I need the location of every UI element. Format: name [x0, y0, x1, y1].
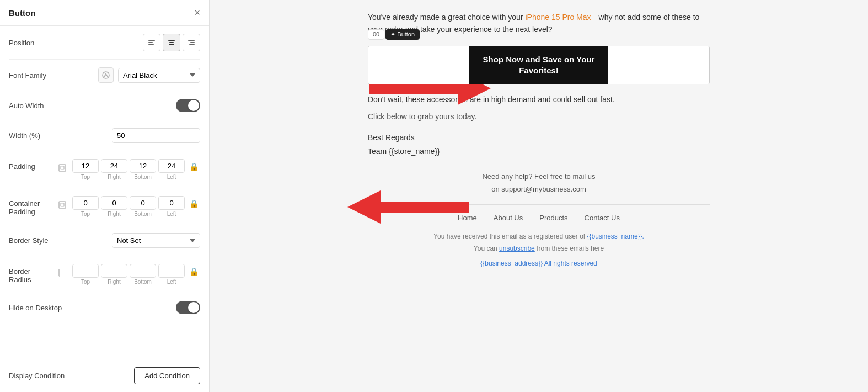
svg-rect-13 [59, 202, 66, 208]
email-divider [368, 204, 710, 205]
padding-left-input[interactable] [158, 159, 185, 173]
padding-label: Padding [9, 159, 35, 171]
button-container-preview[interactable]: Shop Now and Save on YourFavorites! [368, 46, 710, 84]
border-radius-left-label: Left [167, 279, 176, 285]
border-radius-bottom-input[interactable] [130, 264, 156, 278]
unsubscribe-link[interactable]: unsubscribe [499, 245, 535, 252]
padding-lock-icon[interactable]: 🔒 [187, 160, 200, 173]
font-picker-icon[interactable] [98, 67, 114, 83]
padding-top-input[interactable] [72, 159, 99, 173]
svg-rect-8 [189, 44, 195, 45]
svg-rect-3 [168, 40, 175, 41]
container-padding-right-label: Right [108, 211, 120, 217]
nav-contact[interactable]: Contact Us [585, 214, 620, 222]
border-radius-right-input[interactable] [101, 264, 127, 278]
width-label: Width (%) [9, 131, 64, 140]
padding-bottom-field: Bottom [130, 159, 156, 180]
position-right-btn[interactable] [183, 34, 200, 51]
main-area: You've already made a great choice with … [210, 0, 868, 392]
hide-on-desktop-label: Hide on Desktop [9, 304, 64, 312]
legal-text-3: from these emails here [535, 245, 604, 252]
padding-right-input[interactable] [101, 159, 127, 173]
svg-rect-1 [148, 42, 153, 43]
nav-home[interactable]: Home [458, 214, 477, 222]
email-footer-help: Need any help? Feel free to mail us on s… [368, 170, 710, 196]
container-padding-fields: Top Right Bottom Left [72, 196, 185, 217]
button-right-space [608, 46, 709, 84]
email-demand: Don't wait, these accessories are in hig… [368, 93, 710, 105]
padding-top-field: Top [72, 159, 99, 180]
padding-left-label: Left [167, 174, 176, 180]
address-text: {{business_address}} All rights reserved [480, 259, 597, 267]
container-padding-row: Container Padding Top Right [9, 188, 200, 225]
svg-rect-11 [59, 165, 66, 171]
panel-title: Button [9, 8, 35, 18]
position-left-btn[interactable] [143, 34, 160, 51]
element-controls: 00 ✦ Button [368, 29, 420, 40]
svg-rect-2 [148, 44, 154, 45]
position-controls [143, 34, 200, 51]
border-radius-top-field: Top [72, 264, 99, 285]
position-label: Position [9, 39, 64, 47]
padding-bottom-input[interactable] [130, 159, 156, 173]
font-family-controls: Arial Black Arial Helvetica Times New Ro… [98, 67, 200, 83]
svg-rect-0 [148, 40, 155, 41]
email-nav: Home About Us Products Contact Us [368, 214, 710, 222]
font-family-select[interactable]: Arial Black Arial Helvetica Times New Ro… [118, 68, 200, 83]
border-radius-left-input[interactable] [158, 264, 185, 278]
settings-panel: Button × Position [0, 0, 210, 392]
container-padding-icon [55, 197, 70, 213]
element-id-btn[interactable]: 00 [368, 29, 384, 40]
add-condition-button[interactable]: Add Condition [134, 367, 200, 384]
email-address: {{business_address}} All rights reserved [368, 259, 710, 267]
element-type: ✦ Button [390, 31, 415, 38]
container-padding-controls: Top Right Bottom Left 🔒 [55, 196, 200, 217]
width-input[interactable] [112, 128, 200, 143]
nav-products[interactable]: Products [539, 214, 567, 222]
border-style-row: Border Style Not Set Solid Dashed Dotted… [9, 225, 200, 256]
element-id: 00 [373, 31, 379, 38]
padding-row: Padding Top Right Bottom [9, 151, 200, 188]
auto-width-label: Auto Width [9, 102, 64, 110]
hide-on-desktop-toggle[interactable] [176, 301, 200, 314]
container-padding-bottom-input[interactable] [130, 196, 156, 210]
button-text[interactable]: Shop Now and Save on YourFavorites! [469, 46, 608, 84]
container-padding-lock-icon[interactable]: 🔒 [187, 197, 200, 210]
border-style-select[interactable]: Not Set Solid Dashed Dotted Double None [112, 233, 200, 248]
element-type-btn[interactable]: ✦ Button [385, 29, 420, 40]
container-padding-bottom-label: Bottom [134, 211, 152, 217]
close-icon[interactable]: × [194, 8, 200, 18]
button-content: Shop Now and Save on YourFavorites! [483, 54, 595, 76]
legal-link-1: {{business_name}}. [587, 232, 644, 240]
container-padding-top-label: Top [81, 211, 90, 217]
button-element-wrapper: 00 ✦ Button Shop Now and Save on YourFav… [368, 46, 710, 84]
border-radius-top-input[interactable] [72, 264, 99, 278]
border-radius-lock-icon[interactable]: 🔒 [187, 265, 200, 278]
svg-rect-14 [61, 203, 64, 206]
svg-rect-12 [61, 166, 64, 169]
container-padding-top-input[interactable] [72, 196, 99, 210]
border-radius-row: Border Radius Top Right B [9, 256, 200, 293]
email-signature: Best Regards Team {{store_name}} [368, 131, 710, 158]
border-radius-controls: Top Right Bottom Left 🔒 [55, 264, 200, 285]
button-left-space [368, 46, 469, 84]
container-padding-top-field: Top [72, 196, 99, 217]
nav-about[interactable]: About Us [494, 214, 523, 222]
svg-rect-6 [188, 40, 195, 41]
container-padding-bottom-field: Bottom [130, 196, 156, 217]
legal-text-2: You can [474, 245, 499, 252]
container-padding-right-input[interactable] [101, 196, 127, 210]
border-style-label: Border Style [9, 236, 64, 245]
container-padding-left-input[interactable] [158, 196, 185, 210]
email-cta: Click below to grab yours today. [368, 112, 710, 121]
padding-fields: Top Right Bottom Left [72, 159, 185, 180]
position-center-btn[interactable] [163, 34, 180, 51]
panel-body: Position [0, 26, 209, 359]
display-condition-label: Display Condition [9, 372, 65, 380]
signature-line1: Best Regards [368, 131, 710, 145]
auto-width-row: Auto Width [9, 91, 200, 120]
svg-rect-7 [190, 42, 195, 43]
help-text: Need any help? Feel free to mail us [368, 170, 710, 183]
auto-width-toggle[interactable] [176, 99, 200, 112]
border-radius-right-field: Right [101, 264, 127, 285]
